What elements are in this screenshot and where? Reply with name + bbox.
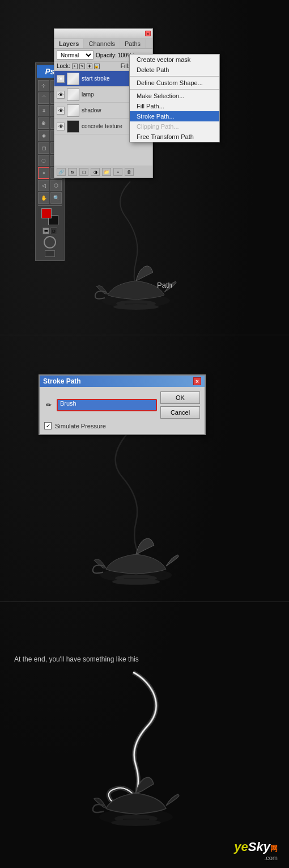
section-divider-1 [0, 335, 289, 335]
stroke-close-btn[interactable]: × [193, 377, 201, 385]
stroke-body: ✏ Brush OK Cancel ✓ Simulate Pressure [40, 387, 205, 434]
tool-heal[interactable]: ⊕ [38, 117, 49, 129]
stroke-cancel-btn[interactable]: Cancel [160, 406, 200, 419]
ctx-stroke-path[interactable]: Stroke Path... [130, 111, 219, 121]
lock-label: Lock: [57, 63, 70, 69]
layer-group-btn[interactable]: 📁 [102, 168, 111, 176]
ctx-divider-2 [130, 89, 219, 90]
layer-eye-2[interactable]: 👁 [57, 107, 65, 115]
tab-paths[interactable]: Paths [120, 39, 146, 48]
layer-adj-btn[interactable]: ◑ [91, 168, 100, 176]
layer-thumb-3 [67, 120, 79, 133]
default-colors[interactable]: D [50, 227, 57, 234]
tool-hand[interactable]: ✋ [38, 192, 49, 204]
simulate-pressure-label: Simulate Pressure [55, 423, 106, 429]
switch-colors[interactable]: ⇄ [42, 227, 49, 234]
tool-blur[interactable]: ◌ [38, 155, 49, 166]
watermark-com: .com [234, 854, 278, 861]
lock-image[interactable]: ✎ [79, 64, 85, 69]
ctx-make-selection[interactable]: Make Selection... [130, 91, 219, 101]
layer-new-btn[interactable]: + [113, 168, 122, 176]
opacity-label: Opacity: [96, 52, 117, 58]
watermark-ye: ye [234, 840, 248, 854]
layer-link-btn[interactable]: 🔗 [57, 168, 66, 176]
layer-mask-btn[interactable]: ◻ [79, 168, 88, 176]
lamp-3 [85, 772, 187, 828]
svg-point-3 [113, 304, 159, 310]
stroke-title: Stroke Path [43, 377, 81, 385]
tool-eraser[interactable]: ◻ [38, 142, 49, 154]
layer-fx-btn[interactable]: fx [68, 168, 77, 176]
foreground-color-swatch[interactable] [41, 208, 52, 218]
lock-move[interactable]: ✚ [87, 64, 92, 69]
svg-point-7 [112, 579, 160, 585]
layer-thumb-2 [67, 104, 79, 117]
lock-position[interactable]: + [72, 64, 78, 69]
stroke-ok-btn[interactable]: OK [160, 391, 200, 404]
path-label: Path [157, 281, 172, 289]
layer-thumb-1 [67, 89, 79, 101]
layers-footer: 🔗 fx ◻ ◑ 📁 + 🗑 [54, 166, 152, 178]
layers-titlebar: × [54, 29, 152, 39]
tool-crop[interactable]: ⌗ [38, 105, 49, 116]
layer-eye-3[interactable]: 👁 [57, 123, 65, 130]
tab-layers[interactable]: Layers [54, 39, 84, 48]
ctx-create-vector-mask[interactable]: Create vector mask [130, 54, 219, 65]
tool-zoom[interactable]: 🔍 [50, 192, 62, 204]
tool-lasso[interactable]: ⌒ [38, 92, 49, 104]
stroke-tool-row: ✏ Brush OK Cancel [44, 391, 200, 419]
tool-pen[interactable]: ⌖ [38, 167, 49, 179]
ctx-free-transform-path[interactable]: Free Transform Path [130, 132, 219, 142]
watermark-sky: Sky [248, 840, 270, 854]
layers-close-btn[interactable]: × [145, 31, 151, 36]
context-menu: Create vector mask Delete Path Define Cu… [129, 54, 220, 142]
watermark: ye Sky 网 .com [234, 840, 278, 861]
section-divider-2 [0, 601, 289, 602]
tool-clone[interactable]: ◈ [38, 130, 49, 141]
ctx-divider-1 [130, 76, 219, 77]
layers-tabs: Layers Channels Paths [54, 39, 152, 49]
tool-shape[interactable]: ⬡ [50, 180, 62, 191]
stroke-titlebar: Stroke Path × [40, 376, 205, 387]
watermark-net: 网 [270, 844, 278, 854]
layer-eye-1[interactable]: 👁 [57, 91, 65, 99]
layer-delete-btn[interactable]: 🗑 [125, 168, 134, 176]
ctx-fill-path[interactable]: Fill Path... [130, 101, 219, 111]
ctx-delete-path[interactable]: Delete Path [130, 65, 219, 75]
layer-thumb-0 [67, 73, 79, 85]
layer-eye-0[interactable]: 👁 [57, 75, 65, 83]
annotation-text: At the end, you'll have something like t… [14, 655, 139, 663]
simulate-pressure-checkbox[interactable]: ✓ [44, 422, 52, 429]
tool-path-select[interactable]: ◁ [38, 180, 49, 191]
fill-label: Fill: [121, 63, 130, 69]
tab-channels[interactable]: Channels [84, 39, 120, 48]
lamp-2 [88, 533, 184, 587]
blend-mode-select[interactable]: Normal [57, 50, 94, 60]
brush-icon: ✏ [44, 401, 53, 410]
stroke-path-dialog: Stroke Path × ✏ Brush OK Cancel ✓ Simula… [39, 374, 206, 435]
simulate-pressure-row: ✓ Simulate Pressure [44, 422, 200, 429]
svg-point-11 [111, 819, 161, 826]
brush-tool-select[interactable]: Brush [57, 399, 157, 411]
lock-all[interactable]: 🔒 [94, 64, 100, 69]
ctx-define-custom-shape[interactable]: Define Custom Shape... [130, 78, 219, 88]
quick-mask-btn[interactable] [44, 236, 56, 248]
ctx-clipping-path: Clipping Path... [130, 121, 219, 132]
screen-mode-btn[interactable] [45, 250, 55, 257]
tool-marquee[interactable]: ⊹ [38, 80, 49, 91]
